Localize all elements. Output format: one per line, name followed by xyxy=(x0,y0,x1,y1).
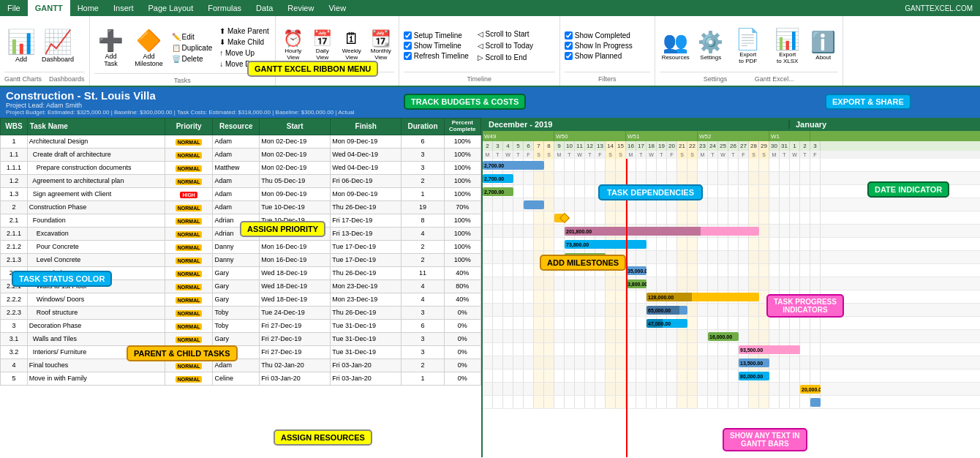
gantt-bar[interactable]: 47,000.00 xyxy=(647,319,687,328)
show-timeline-checkbox[interactable]: Show Timeline xyxy=(404,42,469,50)
gantt-row: 80,000.00 xyxy=(483,369,980,383)
menu-pagelayout[interactable]: Page Layout xyxy=(140,0,200,16)
table-row: 1.2 Agreement to architectural plan NORM… xyxy=(1,174,481,187)
menu-gantt[interactable]: GANTT xyxy=(28,0,70,16)
delete-button[interactable]: 🗑️ Delete xyxy=(170,54,214,64)
export-pdf-button[interactable]: 📄 Exportto PDF xyxy=(730,27,766,64)
scroll-to-end-button[interactable]: ▷ Scroll to End xyxy=(476,53,535,62)
gantt-week-w1: W1 xyxy=(769,131,810,141)
make-child-button[interactable]: ⬇ Make Child xyxy=(218,37,270,47)
callout-ribbon-menu: GANTT EXCEL RIBBON MENU xyxy=(247,61,378,77)
col-resource: Resource xyxy=(213,119,260,135)
gantt-bar[interactable] xyxy=(524,200,544,209)
gantt-week-w49: W49 xyxy=(483,131,554,141)
gantt-row: 3,800.00 xyxy=(483,277,980,290)
resources-button[interactable]: 👥 Resources xyxy=(660,30,692,61)
settings-button[interactable]: ⚙️ Settings xyxy=(695,30,727,61)
gantt-row: 93,500.00 xyxy=(483,343,980,356)
edit-button[interactable]: ✏️ Edit xyxy=(170,32,214,42)
monthly-view-button[interactable]: 📆 MonthlyView xyxy=(368,29,394,61)
gantt-charts-label: Gantt Charts Dashboards xyxy=(4,72,85,83)
gantt-row xyxy=(483,211,980,225)
show-planned-checkbox[interactable]: Show Planned xyxy=(565,52,650,60)
gantt-bar[interactable]: 2,700.00 xyxy=(483,161,544,170)
gantt-bar[interactable]: 16,000.00 xyxy=(708,332,739,341)
gantt-bar[interactable]: 13,500.00 xyxy=(739,358,769,367)
gantt-week-row: W49 W50 W51 W52 W1 xyxy=(483,131,980,141)
table-row: 2.2.2 Windows/ Doors NORMAL Gary Wed 18-… xyxy=(1,293,481,306)
gantt-row xyxy=(483,198,980,211)
callout-export-share: EXPORT & SHARE xyxy=(825,94,911,110)
callout-assign-priority: ASSIGN PRIORITY xyxy=(240,221,325,237)
col-pct: PercentComplete xyxy=(444,119,480,135)
setup-timeline-checkbox[interactable]: Setup Timeline xyxy=(404,31,469,40)
timeline-label: Timeline xyxy=(404,72,555,83)
gantt-bar[interactable]: 35,000.00 xyxy=(626,266,647,275)
gantt-bar[interactable]: 3,800.00 xyxy=(626,279,647,288)
table-row: 2.1.2 Pour Concrete NORMAL Danny Mon 16-… xyxy=(1,240,481,253)
gantt-charts-group: 📊 Add 📈 Dashboard Gantt Charts Dashboard… xyxy=(0,16,90,86)
add-milestone-button[interactable]: 🔶 AddMilestone xyxy=(132,22,166,73)
show-completed-checkbox[interactable]: Show Completed xyxy=(565,31,650,40)
gantt-bar[interactable]: 93,500.00 xyxy=(739,345,800,354)
duplicate-button[interactable]: 📋 Duplicate xyxy=(170,43,214,53)
gantt-bar[interactable]: 2,700.00 xyxy=(483,187,513,196)
gantt-bar[interactable] xyxy=(810,398,821,407)
logo: GANTTEXCEL.COM xyxy=(897,0,980,16)
gantt-bar[interactable]: 73,800.00 xyxy=(565,240,647,249)
table-row: 3.1 Walls and Tiles NORMAL Gary Fri 27-D… xyxy=(1,332,481,345)
about-button[interactable]: ℹ️ About xyxy=(809,30,838,61)
timeline-group: Setup Timeline Show Timeline Refresh Tim… xyxy=(399,16,560,86)
add-task-button[interactable]: ➕ AddTask xyxy=(94,22,128,73)
callout-task-status-color: TASK STATUS COLOR xyxy=(12,271,112,287)
gantt-week-w51: W51 xyxy=(626,131,698,141)
gantt-bar[interactable]: 201,800.00 xyxy=(565,227,759,236)
col-priority: Priority xyxy=(165,119,213,135)
col-taskname: Task Name xyxy=(27,119,165,135)
gantt-dayname-row: MTWTFSSMTWTFSSMTWTFSSMTWTFSSMTWTF xyxy=(483,151,980,159)
gantt-bar[interactable]: 80,000.00 xyxy=(739,372,769,380)
daily-view-button[interactable]: 📅 DailyView xyxy=(309,29,336,61)
col-duration: Duration xyxy=(402,119,444,135)
gantt-bar[interactable]: 20,000.00 xyxy=(800,385,821,394)
gantt-row: 65,000.00 xyxy=(483,304,980,317)
dashboard-button[interactable]: 📈 Dashboard xyxy=(41,20,75,71)
menu-file[interactable]: File xyxy=(0,0,28,16)
task-table: WBS Task Name Priority Resource Start Fi… xyxy=(0,118,483,457)
refresh-timeline-checkbox[interactable]: Refresh Timeline xyxy=(404,52,469,60)
gantt-header: December - 2019 January W49 W50 W51 W52 … xyxy=(483,118,980,159)
menu-formulas[interactable]: Formulas xyxy=(200,0,249,16)
table-row: 2.1.3 Level Concrete NORMAL Danny Mon 16… xyxy=(1,253,481,266)
move-up-button[interactable]: ↑ Move Up xyxy=(218,48,270,58)
gantt-row: 13,500.00 xyxy=(483,356,980,369)
export-xlsx-button[interactable]: 📊 Exportto XLSX xyxy=(769,27,806,64)
scroll-to-start-button[interactable]: ◁ Scroll to Start xyxy=(476,29,535,39)
callout-add-milestones: ADD MILESTONES xyxy=(540,255,626,271)
gantt-bar[interactable]: 2,700.00 xyxy=(483,174,513,183)
gantt-month-jan: January xyxy=(790,120,832,129)
callout-task-progress: TASK PROGRESSINDICATORS xyxy=(766,294,844,318)
menu-view[interactable]: View xyxy=(321,0,353,16)
hourly-view-button[interactable]: ⏰ HourlyView xyxy=(280,29,306,61)
weekly-view-button[interactable]: 🗓 WeeklyView xyxy=(339,29,365,61)
gantt-chart-area: December - 2019 January W49 W50 W51 W52 … xyxy=(483,118,980,457)
col-start: Start xyxy=(260,119,331,135)
menu-home[interactable]: Home xyxy=(70,0,106,16)
make-parent-button[interactable]: ⬆ Make Parent xyxy=(218,26,270,36)
scroll-to-today-button[interactable]: ◁ Scroll to Today xyxy=(476,41,535,50)
callout-date-indicator: DATE INDICATOR xyxy=(867,181,949,198)
gantt-bar[interactable]: 128,000.00 xyxy=(647,293,759,301)
callout-show-text: SHOW ANY TEXT INGANTT BARS xyxy=(723,428,807,451)
table-row: 1.1.1 Prepare construction documents NOR… xyxy=(1,161,481,174)
menu-insert[interactable]: Insert xyxy=(106,0,141,16)
add-gantt-button[interactable]: 📊 Add xyxy=(4,20,38,71)
gantt-bar[interactable]: 65,000.00 xyxy=(647,306,687,315)
menu-bar: File GANTT Home Insert Page Layout Formu… xyxy=(0,0,980,16)
show-in-progress-checkbox[interactable]: Show In Progress xyxy=(565,42,650,50)
menu-review[interactable]: Review xyxy=(280,0,321,16)
gantt-day-row: 2345678910111213141516171819202122232425… xyxy=(483,141,980,151)
gantt-week-w50: W50 xyxy=(554,131,626,141)
menu-data[interactable]: Data xyxy=(249,0,280,16)
settings-group: 👥 Resources ⚙️ Settings 📄 Exportto PDF 📊… xyxy=(655,16,843,86)
table-row: 1 Architectural Design NORMAL Adam Mon 0… xyxy=(1,135,481,148)
